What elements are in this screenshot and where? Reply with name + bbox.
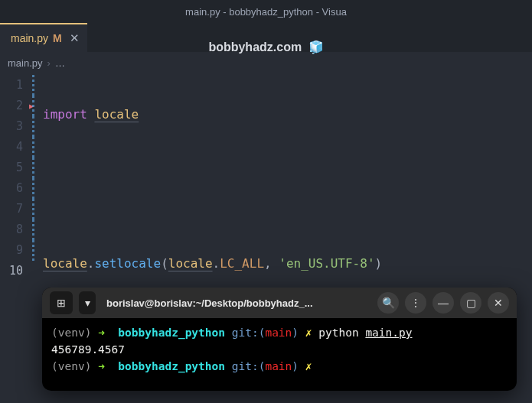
breadcrumb-file: main.py (8, 57, 43, 69)
window-title: main.py - bobbyhadz_python - Visua (185, 6, 347, 18)
line-number: 9 (0, 240, 28, 261)
line-number: 4 (0, 137, 28, 158)
line-gutter: 1 2▶ 3 4 5 6 7 8 9 10 (0, 73, 28, 403)
line-number: 7 (0, 199, 28, 219)
maximize-button[interactable]: ▢ (460, 292, 481, 314)
new-tab-button[interactable]: ⊞ (50, 291, 73, 314)
menu-button[interactable]: ⋮ (405, 292, 426, 314)
line-number: 6 (0, 178, 28, 199)
tab-modified-indicator: M (53, 32, 62, 44)
maximize-icon: ▢ (466, 297, 476, 309)
line-number: 3 (0, 116, 28, 137)
kebab-icon: ⋮ (410, 297, 421, 309)
close-icon: ✕ (494, 297, 503, 309)
module: locale (168, 256, 213, 271)
chevron-right-icon: › (47, 57, 51, 69)
string: 'en_US.UTF-8' (279, 256, 374, 271)
keyword: import (43, 107, 94, 122)
terminal-titlebar: ⊞ ▾ borislav@borislav:~/Desktop/bobbyhad… (42, 288, 517, 318)
close-button[interactable]: ✕ (488, 292, 509, 314)
breadcrumb-more: … (55, 57, 65, 69)
line-number: 1 (0, 75, 28, 96)
window-titlebar: main.py - bobbyhadz_python - Visua (0, 0, 532, 23)
terminal-body[interactable]: (venv) ➜ bobbyhadz_python git:(main) ✗ p… (42, 318, 517, 381)
terminal-line: (venv) ➜ bobbyhadz_python git:(main) ✗ p… (51, 324, 508, 341)
terminal-title: borislav@borislav:~/Desktop/bobbyhadz_..… (102, 297, 371, 309)
constant: LC_ALL (220, 256, 264, 271)
terminal-line: (venv) ➜ bobbyhadz_python git:(main) ✗ (51, 358, 508, 375)
tab-filename: main.py (11, 32, 48, 44)
search-icon: 🔍 (382, 297, 395, 309)
editor-tabbar: main.py M ✕ (0, 23, 532, 52)
line-number: 10 (0, 261, 28, 281)
tab-main-py[interactable]: main.py M ✕ (0, 23, 87, 52)
line-number: 5 (0, 158, 28, 178)
function: setlocale (94, 256, 161, 271)
chevron-down-icon: ▾ (85, 297, 90, 309)
line-number: 2▶ (0, 96, 28, 116)
indent-guide (32, 75, 36, 261)
tab-dropdown-button[interactable]: ▾ (79, 291, 96, 314)
module: locale (43, 256, 87, 271)
close-icon[interactable]: ✕ (70, 31, 80, 45)
module: locale (94, 107, 139, 122)
minimize-button[interactable]: — (432, 292, 454, 314)
terminal-window: ⊞ ▾ borislav@borislav:~/Desktop/bobbyhad… (42, 288, 517, 391)
minimize-icon: — (438, 297, 449, 309)
terminal-line: 456789.4567 (51, 341, 508, 358)
new-tab-icon: ⊞ (57, 297, 66, 309)
line-number: 8 (0, 219, 28, 240)
breadcrumb[interactable]: main.py › … (0, 52, 532, 73)
search-button[interactable]: 🔍 (377, 292, 399, 314)
